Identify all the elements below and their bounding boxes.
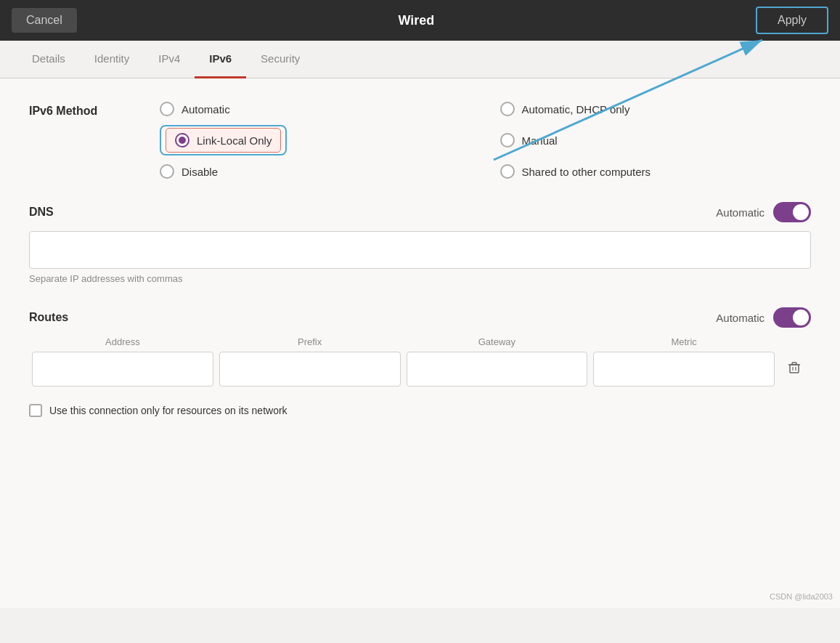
radio-manual-label: Manual [522,134,558,147]
radio-automatic-label: Automatic [182,103,230,116]
routes-header: Routes Automatic [29,307,811,328]
radio-shared-label: Shared to other computers [522,166,651,178]
tab-security[interactable]: Security [246,41,314,78]
radio-disable[interactable]: Disable [160,164,471,179]
tabs-bar: Details Identity IPv4 IPv6 Security [0,41,840,78]
checkbox-row[interactable]: Use this connection only for resources o… [29,404,811,417]
ipv6-method-label: IPv6 Method [29,102,160,118]
route-prefix-input[interactable] [219,352,401,387]
dns-automatic-label: Automatic [716,206,764,219]
dns-hint: Separate IP addresses with commas [29,273,811,284]
routes-automatic-label: Automatic [716,312,764,324]
tab-details[interactable]: Details [17,41,80,78]
routes-toggle-row: Automatic [716,307,811,328]
ipv6-method-options: Automatic Automatic, DHCP only Link-Loca… [160,102,811,179]
cancel-button[interactable]: Cancel [12,8,77,33]
checkbox-resources-only[interactable] [29,404,42,417]
radio-link-local-wrapper: Link-Local Only [160,125,471,155]
route-gateway-input[interactable] [407,352,588,387]
route-metric-input[interactable] [593,352,775,387]
delete-route-button[interactable] [780,357,808,382]
radio-disable-label: Disable [182,166,218,178]
dns-section: DNS Automatic Separate IP addresses with… [29,202,811,284]
routes-toggle[interactable] [773,307,811,328]
radio-shared-circle [500,164,515,179]
col-delete-header [778,336,811,352]
radio-automatic-dhcp-label: Automatic, DHCP only [522,103,630,116]
radio-automatic-circle [160,102,174,116]
col-metric: Metric [590,336,778,352]
trash-icon [786,360,802,376]
window-title: Wired [398,13,434,28]
ipv6-method-section: IPv6 Method Automatic Automatic, DHCP on… [29,102,811,179]
col-gateway: Gateway [404,336,591,352]
routes-label: Routes [29,311,68,324]
radio-disable-circle [160,164,174,179]
checkbox-resources-label: Use this connection only for resources o… [49,405,288,416]
dns-input[interactable] [29,231,811,269]
radio-automatic-dhcp-circle [500,102,515,116]
route-address-input[interactable] [32,352,213,387]
tab-ipv4[interactable]: IPv4 [144,41,195,78]
dns-toggle[interactable] [773,202,811,222]
radio-link-local-circle [175,133,189,147]
tab-identity[interactable]: Identity [80,41,144,78]
titlebar: Cancel Wired Apply [0,0,840,41]
apply-button[interactable]: Apply [756,7,828,34]
dns-label: DNS [29,206,54,219]
routes-table: Address Prefix Gateway Metric [29,336,811,387]
dns-header: DNS Automatic [29,202,811,222]
radio-shared[interactable]: Shared to other computers [500,164,812,179]
col-prefix: Prefix [216,336,404,352]
radio-link-local[interactable]: Link-Local Only [166,128,281,153]
tab-ipv6[interactable]: IPv6 [195,41,246,78]
table-row [29,352,811,387]
dns-toggle-row: Automatic [716,202,811,222]
watermark: CSDN @lida2003 [770,592,833,601]
svg-rect-0 [790,365,799,373]
main-content: IPv6 Method Automatic Automatic, DHCP on… [0,78,840,608]
radio-automatic-dhcp[interactable]: Automatic, DHCP only [500,102,812,116]
radio-manual-circle [500,133,515,147]
col-address: Address [29,336,216,352]
radio-link-local-label: Link-Local Only [197,134,272,147]
radio-manual[interactable]: Manual [500,125,812,155]
svg-rect-2 [792,363,796,365]
routes-section: Routes Automatic Address Prefix Gateway … [29,307,811,387]
radio-automatic[interactable]: Automatic [160,102,471,116]
